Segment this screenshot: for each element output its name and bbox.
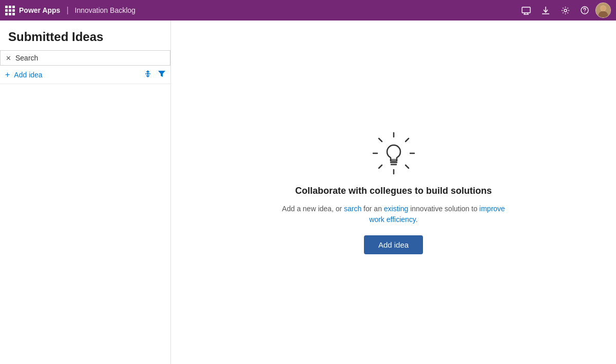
svg-line-22 xyxy=(406,165,409,168)
search-clear-icon[interactable]: ✕ xyxy=(6,55,11,62)
sort-icon[interactable] xyxy=(144,70,152,79)
topnav-right xyxy=(517,2,611,19)
settings-icon-btn[interactable] xyxy=(556,2,574,19)
right-panel: Collaborate with collegues to build solu… xyxy=(171,21,616,364)
waffle-icon[interactable] xyxy=(5,6,15,15)
page-title: Submitted Ideas xyxy=(0,21,170,50)
search-bar[interactable]: ✕ Search xyxy=(0,50,170,66)
svg-marker-16 xyxy=(158,71,165,77)
empty-state-description: Add a new idea, or sarch for an existing… xyxy=(281,204,507,225)
lightbulb-icon xyxy=(371,130,417,178)
topnav: Power Apps | Innovation Backlog xyxy=(0,0,616,21)
sidebar: Submitted Ideas ✕ Search + Add idea xyxy=(0,21,171,364)
avatar[interactable] xyxy=(595,3,611,18)
topnav-left: Power Apps | Innovation Backlog xyxy=(5,6,517,15)
filter-icon[interactable] xyxy=(158,70,165,79)
add-idea-row[interactable]: + Add idea xyxy=(0,66,170,84)
add-idea-sidebar-label[interactable]: Add idea xyxy=(14,71,140,79)
help-icon-btn[interactable] xyxy=(576,2,593,19)
svg-point-12 xyxy=(601,6,606,11)
svg-line-23 xyxy=(406,138,409,141)
topnav-app-title: Innovation Backlog xyxy=(75,6,136,14)
svg-line-21 xyxy=(379,138,382,141)
svg-rect-0 xyxy=(522,7,530,13)
topnav-brand[interactable]: Power Apps xyxy=(19,6,60,14)
svg-point-8 xyxy=(584,12,585,12)
add-idea-button[interactable]: Add idea xyxy=(364,235,423,254)
empty-state: Collaborate with collegues to build solu… xyxy=(281,130,507,254)
avatar-image xyxy=(596,3,610,17)
svg-line-24 xyxy=(379,165,382,168)
empty-state-title: Collaborate with collegues to build solu… xyxy=(295,186,492,196)
download-icon-btn[interactable] xyxy=(537,2,554,19)
topnav-separator: | xyxy=(66,6,68,15)
add-idea-plus-icon[interactable]: + xyxy=(5,70,10,79)
search-input[interactable]: Search xyxy=(15,54,165,62)
svg-point-6 xyxy=(564,9,567,12)
screen-icon-btn[interactable] xyxy=(517,2,535,19)
main-content: Submitted Ideas ✕ Search + Add idea xyxy=(0,21,616,364)
